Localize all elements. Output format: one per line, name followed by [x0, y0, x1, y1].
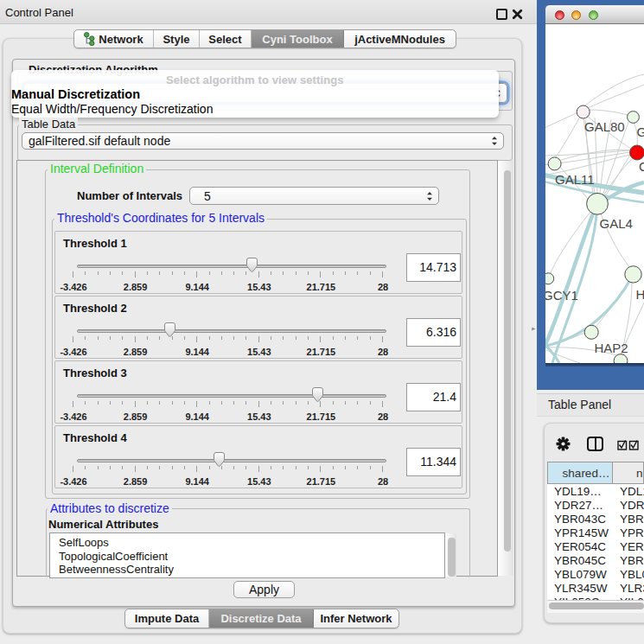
- svg-text:HAP2: HAP2: [595, 341, 628, 355]
- svg-text:GCY1: GCY1: [545, 288, 578, 303]
- svg-text:C: C: [639, 159, 644, 174]
- svg-text:GAL80: GAL80: [584, 119, 625, 134]
- svg-text:H: H: [636, 287, 644, 302]
- svg-text:GA: GA: [637, 124, 644, 139]
- svg-text:GAL4: GAL4: [600, 216, 633, 231]
- svg-text:GAL11: GAL11: [555, 172, 595, 187]
